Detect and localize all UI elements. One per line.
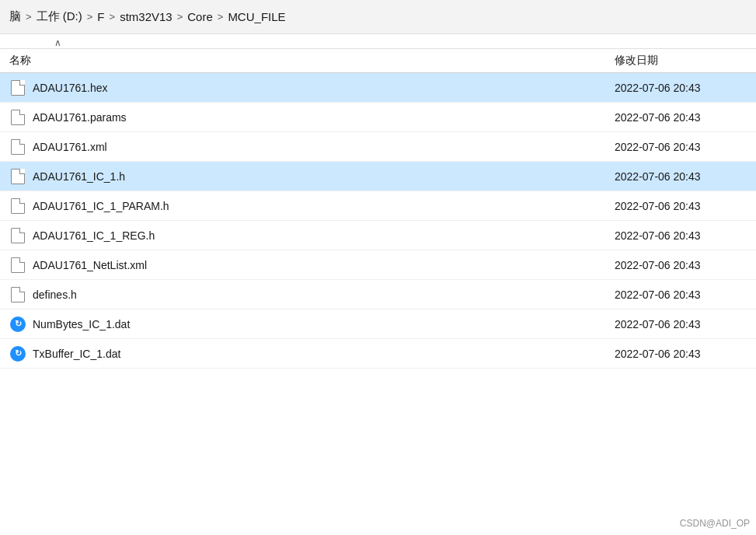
- doc-file-icon: [9, 198, 26, 215]
- breadcrumb-item-2[interactable]: F: [97, 10, 104, 23]
- doc-icon-shape: [11, 139, 25, 155]
- breadcrumb-item-5[interactable]: MCU_FILE: [228, 10, 285, 23]
- file-date: 2022-07-06 20:43: [615, 170, 747, 183]
- doc-icon-shape: [11, 169, 25, 184]
- file-date: 2022-07-06 20:43: [615, 348, 747, 360]
- sort-arrow-icon: ∧: [54, 37, 61, 48]
- doc-file-icon: [9, 168, 26, 185]
- table-row[interactable]: ↻NumBytes_IC_1.dat2022-07-06 20:43: [0, 309, 756, 339]
- breadcrumb-item-3[interactable]: stm32V13: [120, 10, 172, 23]
- file-date: 2022-07-06 20:43: [615, 82, 747, 94]
- file-name: NumBytes_IC_1.dat: [33, 318, 615, 330]
- doc-file-icon: [9, 257, 26, 274]
- doc-icon-shape: [11, 228, 25, 243]
- doc-icon-shape: [11, 198, 25, 214]
- table-row[interactable]: ADAU1761.hex2022-07-06 20:43: [0, 73, 756, 103]
- file-name: ADAU1761_IC_1.h: [33, 170, 615, 183]
- breadcrumb-item-4[interactable]: Core: [187, 10, 213, 23]
- table-row[interactable]: ADAU1761.params2022-07-06 20:43: [0, 103, 756, 132]
- table-row[interactable]: ADAU1761_IC_1_PARAM.h2022-07-06 20:43: [0, 191, 756, 221]
- table-row[interactable]: defines.h2022-07-06 20:43: [0, 280, 756, 309]
- dat-file-icon: ↻: [9, 345, 26, 362]
- table-row[interactable]: ADAU1761.xml2022-07-06 20:43: [0, 132, 756, 162]
- doc-icon-shape: [11, 257, 25, 273]
- file-name: ADAU1761.params: [33, 111, 615, 124]
- file-date: 2022-07-06 20:43: [615, 318, 747, 330]
- file-name: ADAU1761_NetList.xml: [33, 259, 615, 271]
- table-row[interactable]: ADAU1761_IC_1.h2022-07-06 20:43: [0, 162, 756, 191]
- col-name-header[interactable]: 名称: [9, 54, 615, 68]
- doc-icon-shape: [11, 287, 25, 302]
- table-row[interactable]: ADAU1761_NetList.xml2022-07-06 20:43: [0, 250, 756, 280]
- breadcrumb-separator-3: >: [177, 11, 183, 23]
- doc-icon-shape: [11, 80, 25, 96]
- dat-icon-circle: ↻: [10, 346, 26, 362]
- file-name: ADAU1761_IC_1_PARAM.h: [33, 200, 615, 212]
- doc-icon-shape: [11, 110, 25, 125]
- table-header: 名称 修改日期: [0, 49, 756, 73]
- doc-file-icon: [9, 286, 26, 303]
- breadcrumb-item-1[interactable]: 工作 (D:): [37, 9, 82, 24]
- file-date: 2022-07-06 20:43: [615, 259, 747, 271]
- file-name: ADAU1761_IC_1_REG.h: [33, 229, 615, 242]
- file-date: 2022-07-06 20:43: [615, 200, 747, 212]
- file-date: 2022-07-06 20:43: [615, 288, 747, 301]
- file-name: ADAU1761.xml: [33, 141, 615, 153]
- file-name: ADAU1761.hex: [33, 82, 615, 94]
- breadcrumb-separator-1: >: [87, 11, 93, 23]
- breadcrumb-separator-0: >: [26, 11, 32, 23]
- doc-file-icon: [9, 227, 26, 244]
- file-date: 2022-07-06 20:43: [615, 111, 747, 124]
- file-date: 2022-07-06 20:43: [615, 229, 747, 242]
- file-name: defines.h: [33, 288, 615, 301]
- breadcrumb-separator-2: >: [110, 11, 116, 23]
- breadcrumb-item-0[interactable]: 脑: [9, 9, 21, 24]
- table-row[interactable]: ADAU1761_IC_1_REG.h2022-07-06 20:43: [0, 221, 756, 250]
- table-row[interactable]: ↻TxBuffer_IC_1.dat2022-07-06 20:43: [0, 339, 756, 369]
- dat-file-icon: ↻: [9, 316, 26, 333]
- file-name: TxBuffer_IC_1.dat: [33, 348, 615, 360]
- doc-file-icon: [9, 79, 26, 96]
- dat-icon-circle: ↻: [10, 316, 26, 332]
- sort-indicator-row: ∧: [0, 34, 756, 49]
- doc-file-icon: [9, 138, 26, 156]
- file-list: ADAU1761.hex2022-07-06 20:43ADAU1761.par…: [0, 73, 756, 369]
- col-date-header[interactable]: 修改日期: [615, 54, 747, 68]
- breadcrumb-separator-4: >: [218, 11, 224, 23]
- file-date: 2022-07-06 20:43: [615, 141, 747, 153]
- doc-file-icon: [9, 109, 26, 126]
- watermark: CSDN@ADI_OP: [680, 518, 750, 529]
- breadcrumb: 脑 > 工作 (D:) > F > stm32V13 > Core > MCU_…: [0, 0, 756, 34]
